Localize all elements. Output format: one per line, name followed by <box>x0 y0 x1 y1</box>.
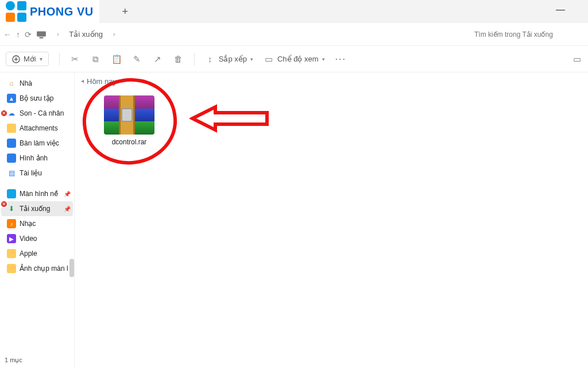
sidebar-item-music[interactable]: ♪ Nhạc <box>1 216 73 231</box>
status-item-count: 1 mục <box>5 356 22 363</box>
share-button[interactable]: ↗ <box>153 54 163 64</box>
sidebar-item-label: Tải xuống <box>20 205 50 213</box>
details-pane-button[interactable]: ▭ <box>572 54 582 64</box>
svg-rect-0 <box>37 31 46 36</box>
chevron-down-icon: ▾ <box>40 56 42 62</box>
tab-bar: PHONG VU + — <box>0 0 588 23</box>
sidebar-item-documents[interactable]: ▤ Tài liệu <box>1 166 73 181</box>
sidebar-item-downloads[interactable]: ⬇ Tải xuống 📌 <box>1 201 73 216</box>
documents-icon: ▤ <box>7 168 16 178</box>
sort-label: Sắp xếp <box>219 55 247 63</box>
plus-circle-icon <box>12 55 20 63</box>
sidebar-item-label: Video <box>20 235 37 243</box>
sidebar-item-label: Son - Cá nhân <box>20 109 64 117</box>
sidebar-item-screenshots[interactable]: Ảnh chụp màn l <box>1 261 73 276</box>
new-button-label: Mới <box>24 55 36 63</box>
desktop-icon <box>7 139 16 148</box>
chevron-down-icon: ▾ <box>80 80 86 83</box>
minimize-button[interactable]: — <box>556 5 565 15</box>
separator <box>59 53 60 66</box>
sidebar-item-apple[interactable]: Apple <box>1 246 73 261</box>
breadcrumb[interactable]: › Tải xuống › <box>36 29 465 40</box>
new-tab-button[interactable]: + <box>117 6 134 18</box>
sort-icon: ↕ <box>205 54 215 64</box>
annotation-circle <box>77 72 182 170</box>
cut-button[interactable]: ✂ <box>70 54 80 64</box>
sidebar-item-label: Màn hình nề <box>20 190 58 198</box>
sidebar-item-label: Tài liệu <box>20 169 42 177</box>
logo-icon <box>6 1 26 22</box>
search-input[interactable] <box>470 26 585 43</box>
cloud-icon: ☁ <box>7 109 16 118</box>
sidebar-item-label: Bộ sưu tập <box>20 94 53 102</box>
address-bar: ← ↑ ⟳ › Tải xuống › <box>0 23 588 46</box>
sidebar-item-label: Nhà <box>20 79 32 87</box>
sidebar-item-pictures[interactable]: Hình ảnh <box>1 151 73 166</box>
gallery-icon: ▲ <box>7 94 16 103</box>
sidebar: ✕ ✕ ⌂ Nhà ▲ Bộ sưu tập ☁ Son - Cá nhân A… <box>0 72 75 368</box>
paste-button[interactable]: 📋 <box>111 54 122 64</box>
scrollbar[interactable] <box>69 259 74 277</box>
logo-text: PHONG VU <box>30 5 94 18</box>
chevron-down-icon: ▾ <box>250 56 253 62</box>
sidebar-item-label: Hình ảnh <box>20 154 48 162</box>
sidebar-item-home[interactable]: ⌂ Nhà <box>1 76 73 91</box>
view-button[interactable]: ▭ Chế độ xem ▾ <box>264 54 325 64</box>
svg-rect-1 <box>40 37 44 38</box>
sidebar-item-label: Bàn làm việc <box>20 139 59 147</box>
sidebar-item-gallery[interactable]: ▲ Bộ sưu tập <box>1 91 73 106</box>
rename-button[interactable]: ✎ <box>132 54 142 64</box>
video-icon: ▶ <box>7 234 16 243</box>
folder-icon <box>7 124 16 133</box>
watermark-logo: PHONG VU <box>0 0 99 23</box>
sidebar-item-label: Apple <box>20 250 37 258</box>
home-icon: ⌂ <box>7 79 16 88</box>
separator <box>194 53 195 66</box>
folder-icon <box>7 264 16 273</box>
sidebar-item-video[interactable]: ▶ Video <box>1 231 73 246</box>
sidebar-item-label: Attachments <box>20 124 58 132</box>
sort-button[interactable]: ↕ Sắp xếp ▾ <box>205 54 253 64</box>
status-bar: 1 mục <box>0 355 27 368</box>
monitor-icon <box>7 189 16 198</box>
up-button[interactable]: ↑ <box>16 30 20 39</box>
sidebar-item-monitor[interactable]: Màn hình nề 📌 <box>1 186 73 201</box>
new-button[interactable]: Mới ▾ <box>6 52 49 66</box>
sidebar-item-desktop[interactable]: Bàn làm việc <box>1 136 73 151</box>
annotation-arrow-icon <box>189 101 270 136</box>
view-label: Chế độ xem <box>277 55 319 63</box>
error-badge-icon: ✕ <box>0 109 8 117</box>
breadcrumb-current[interactable]: Tải xuống <box>69 30 103 39</box>
view-icon: ▭ <box>264 54 274 64</box>
download-icon: ⬇ <box>7 204 16 213</box>
delete-button[interactable]: 🗑 <box>173 54 184 64</box>
error-badge-icon: ✕ <box>0 200 8 208</box>
sidebar-item-label: Nhạc <box>20 220 36 228</box>
chevron-right-icon: › <box>57 31 59 37</box>
toolbar: Mới ▾ ✂ ⧉ 📋 ✎ ↗ 🗑 ↕ Sắp xếp ▾ ▭ Chế độ x… <box>0 46 588 72</box>
pin-icon: 📌 <box>64 191 71 197</box>
pictures-icon <box>7 154 16 163</box>
copy-button[interactable]: ⧉ <box>91 54 101 64</box>
refresh-button[interactable]: ⟳ <box>25 30 32 39</box>
pin-icon: 📌 <box>64 206 71 212</box>
main-area: ✕ ✕ ⌂ Nhà ▲ Bộ sưu tập ☁ Son - Cá nhân A… <box>0 72 588 368</box>
sidebar-item-attachments[interactable]: Attachments <box>1 121 73 136</box>
file-list[interactable]: ▾ Hôm nay dcontrol.rar <box>75 72 588 368</box>
back-button[interactable]: ← <box>3 30 11 39</box>
sidebar-item-onedrive[interactable]: ☁ Son - Cá nhân <box>1 106 73 121</box>
chevron-right-icon: › <box>113 31 115 37</box>
folder-icon <box>7 249 16 258</box>
more-button[interactable]: ··· <box>335 54 346 64</box>
chevron-down-icon: ▾ <box>322 56 325 62</box>
pc-icon <box>36 29 47 40</box>
music-icon: ♪ <box>7 219 16 228</box>
sidebar-item-label: Ảnh chụp màn l <box>20 264 68 273</box>
